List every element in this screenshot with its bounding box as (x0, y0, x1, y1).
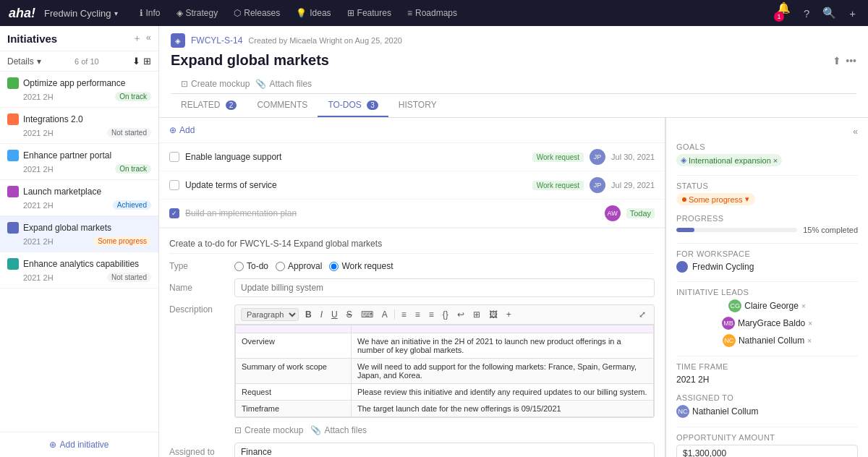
item-icon-6 (7, 258, 19, 270)
create-icon[interactable]: + (846, 6, 859, 21)
code-btn[interactable]: ⌨ (359, 309, 375, 320)
lead-claire-remove[interactable]: × (801, 302, 806, 310)
item-time-2: 2021 2H (23, 129, 54, 137)
item-title-5: Expand global markets (23, 223, 151, 233)
share-icon[interactable]: ⬆ (833, 55, 841, 67)
desc-content-timeframe[interactable]: The target launch date for the new offer… (352, 401, 654, 417)
nav-tab-releases[interactable]: ⬡Releases (226, 5, 287, 21)
help-icon[interactable]: ? (800, 6, 813, 21)
tab-history[interactable]: HISTORY (388, 94, 447, 117)
sidebar-item-2[interactable]: Integrations 2.0 2021 2H Not started (0, 108, 158, 144)
unordered-list-btn[interactable]: ≡ (427, 309, 436, 320)
tab-related[interactable]: RELATED 2 (171, 94, 247, 117)
filter-caret: ▾ (37, 56, 41, 67)
name-label: Name (169, 283, 227, 293)
image-btn[interactable]: 🖼 (487, 309, 500, 320)
sidebar-item-4[interactable]: Launch marketplace 2021 2H Achieved (0, 180, 158, 216)
nav-tab-strategy[interactable]: ◈Strategy (169, 5, 226, 21)
attach-files-btn[interactable]: 📎 Attach files (255, 79, 312, 89)
italic-btn[interactable]: I (318, 309, 325, 320)
nav-tab-ideas[interactable]: 💡Ideas (289, 5, 338, 21)
user-menu[interactable]: Fredwin Cycling ▾ (44, 8, 117, 19)
add-initiative-button[interactable]: ⊕ Add initiative (7, 440, 151, 450)
radio-approval[interactable] (276, 262, 285, 271)
item-icon-3 (7, 150, 19, 161)
sidebar-item-3[interactable]: Enhance partner portal 2021 2H On track (0, 144, 158, 180)
assigned-to-value: NC Nathaniel Collum (676, 405, 858, 418)
todo-checkbox-3[interactable] (169, 208, 179, 218)
align-left-btn[interactable]: ≡ (399, 309, 409, 320)
opportunity-input[interactable] (676, 445, 858, 457)
sidebar-items: Optimize app performance 2021 2H On trac… (0, 72, 158, 432)
name-row: Name (169, 278, 655, 297)
type-approval[interactable]: Approval (276, 261, 322, 271)
add-todo-button[interactable]: ⊕ Add (169, 125, 195, 135)
nav-tab-roadmaps[interactable]: ≡Roadmaps (400, 5, 464, 21)
collapse-sidebar-icon[interactable]: « (146, 32, 151, 45)
add-initiative-icon[interactable]: ＋ (132, 32, 142, 45)
status-badge[interactable]: Some progress ▾ (676, 193, 755, 205)
todos-badge: 3 (367, 101, 378, 110)
lead-mary-remove[interactable]: × (808, 320, 812, 328)
more-options-icon[interactable]: ••• (846, 55, 856, 67)
strikethrough-btn[interactable]: S (344, 309, 354, 320)
description-row: Description Paragraph B I U S ⌨ (169, 304, 655, 418)
sidebar-item-1[interactable]: Optimize app performance 2021 2H On trac… (0, 72, 158, 108)
radio-work-request[interactable] (329, 262, 339, 271)
ordered-list-btn[interactable]: ≡ (413, 309, 422, 320)
type-work-request[interactable]: Work request (329, 261, 393, 271)
lead-claire-name: Claire George (744, 301, 799, 311)
bold-btn[interactable]: B (303, 309, 314, 320)
divider-3 (676, 281, 858, 282)
item-badge-6: Not started (107, 273, 151, 282)
sidebar-header: Initiatives ＋ « (0, 26, 158, 51)
tab-todos[interactable]: TO-DOS 3 (318, 94, 388, 117)
desc-content-scope[interactable]: We will need to add support for the foll… (352, 359, 654, 384)
name-input[interactable] (234, 278, 655, 297)
lead-nathaniel-remove[interactable]: × (807, 337, 812, 345)
panel-collapse-btn[interactable]: « (676, 127, 858, 137)
desc-row-request: Request Please review this initiative an… (236, 384, 654, 401)
desc-content-overview[interactable]: We have an initiative in the 2H of 2021 … (352, 333, 654, 359)
code-block-btn[interactable]: {} (441, 309, 451, 320)
desc-section-request: Request (236, 384, 352, 401)
initiative-title: Expand global markets (171, 52, 329, 69)
todo-date-1: Jul 30, 2021 (611, 153, 655, 161)
divider-5 (676, 427, 858, 427)
goal-icon: ◈ (681, 155, 686, 165)
notifications-icon[interactable]: 🔔1 (773, 0, 794, 26)
item-time-6: 2021 2H (23, 273, 54, 282)
radio-todo[interactable] (234, 262, 244, 271)
paragraph-select[interactable]: Paragraph (241, 308, 299, 321)
initiative-id: FWCYL-S-14 (191, 35, 242, 46)
create-mockup-form-btn[interactable]: ⊡ Create mockup (234, 425, 303, 435)
todo-checkbox-1[interactable] (169, 152, 179, 162)
quote-btn[interactable]: ↩ (455, 309, 467, 320)
attach-files-form-btn[interactable]: 📎 Attach files (310, 425, 367, 435)
form-title: Create a to-do for FWCYL-S-14 Expand glo… (169, 239, 655, 254)
underline-btn[interactable]: U (329, 309, 340, 320)
item-title-6: Enhance analytics capabilities (23, 259, 151, 269)
color-btn[interactable]: A (380, 309, 390, 320)
type-todo[interactable]: To-do (234, 261, 268, 271)
progress-field: Progress 15% completed (676, 214, 858, 234)
sidebar-filter[interactable]: Details ▾ (7, 56, 41, 67)
nav-tab-features[interactable]: ⊞Features (340, 5, 399, 21)
tab-comments[interactable]: COMMENTS (247, 94, 318, 117)
nav-tab-info[interactable]: ℹInfo (132, 5, 168, 21)
table-btn[interactable]: ⊞ (471, 309, 482, 320)
create-mockup-btn[interactable]: ⊡ Create mockup (181, 79, 250, 89)
sidebar-item-6[interactable]: Enhance analytics capabilities 2021 2H N… (0, 252, 158, 289)
fullscreen-btn[interactable]: ⤢ (637, 309, 648, 320)
sidebar-count: 6 of 10 (75, 57, 99, 66)
sort-icon[interactable]: ⊞ (143, 56, 151, 67)
todo-checkbox-2[interactable] (169, 180, 179, 190)
assigned-input[interactable] (234, 443, 655, 457)
desc-content-request[interactable]: Please review this initiative and identi… (352, 384, 654, 401)
goal-remove-icon[interactable]: × (773, 156, 778, 165)
more-btn[interactable]: + (504, 309, 514, 320)
download-icon[interactable]: ⬇ (132, 56, 140, 67)
todo-text-3: Build an implementation plan (185, 208, 599, 218)
search-icon[interactable]: 🔍 (819, 5, 840, 21)
sidebar-item-5[interactable]: Expand global markets 2021 2H Some progr… (0, 216, 158, 252)
